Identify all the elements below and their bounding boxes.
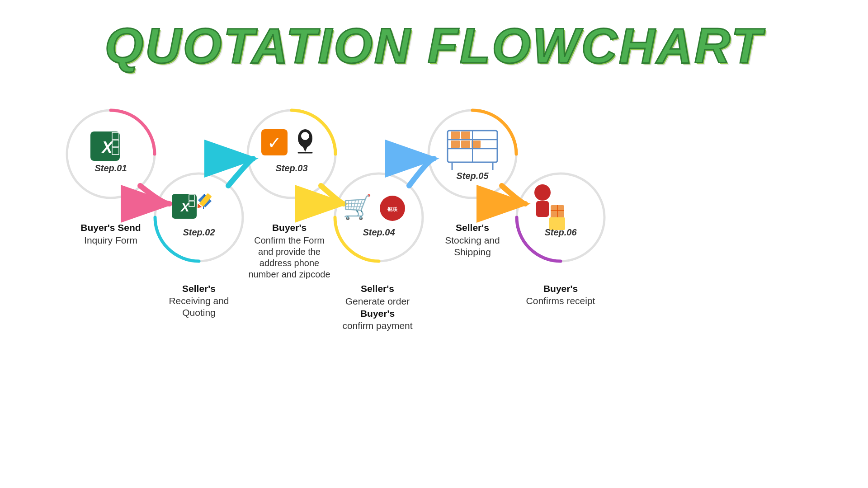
svg-point-2 <box>248 110 335 198</box>
svg-rect-17 <box>172 194 197 219</box>
svg-text:Seller's: Seller's <box>182 283 216 294</box>
svg-marker-24 <box>195 203 202 210</box>
svg-text:address phone: address phone <box>259 258 319 268</box>
svg-text:Seller's: Seller's <box>361 283 394 294</box>
svg-text:银联: 银联 <box>387 206 398 212</box>
svg-point-5 <box>517 174 604 261</box>
svg-text:X: X <box>101 138 113 157</box>
svg-text:and provide the: and provide the <box>258 247 321 257</box>
svg-rect-13 <box>112 132 119 139</box>
svg-point-4 <box>429 110 516 198</box>
svg-rect-20 <box>189 201 194 206</box>
svg-point-1 <box>155 174 243 261</box>
svg-rect-50 <box>536 201 549 217</box>
svg-text:🛒: 🛒 <box>343 193 372 221</box>
svg-rect-26 <box>261 129 288 155</box>
svg-text:Confirms receipt: Confirms receipt <box>526 296 595 306</box>
svg-text:Receiving and: Receiving and <box>169 296 229 306</box>
svg-text:Quoting: Quoting <box>182 307 216 318</box>
svg-text:Step.02: Step.02 <box>183 227 215 237</box>
svg-marker-30 <box>302 144 309 152</box>
svg-rect-51 <box>551 205 564 218</box>
svg-marker-21 <box>198 194 212 207</box>
svg-text:Buyer's: Buyer's <box>272 222 307 233</box>
svg-text:Confirm the Form: Confirm the Form <box>254 235 325 245</box>
svg-text:Inquiry Form: Inquiry Form <box>84 235 137 245</box>
svg-text:Step.04: Step.04 <box>363 227 395 237</box>
svg-point-0 <box>67 110 155 198</box>
svg-rect-43 <box>461 141 470 148</box>
svg-point-3 <box>335 174 423 261</box>
page-title: QUOTATION FLOWCHART <box>0 0 868 73</box>
svg-rect-40 <box>451 131 460 139</box>
svg-rect-23 <box>199 193 212 207</box>
svg-point-34 <box>380 196 405 221</box>
svg-text:Generate order: Generate order <box>345 296 410 306</box>
svg-text:Seller's: Seller's <box>456 222 489 233</box>
svg-text:confirm payment: confirm payment <box>342 320 412 331</box>
svg-rect-42 <box>451 141 460 148</box>
svg-text:X: X <box>180 200 190 214</box>
svg-rect-37 <box>448 131 497 162</box>
svg-text:Stocking and: Stocking and <box>445 235 500 245</box>
svg-text:Step.06: Step.06 <box>544 227 577 237</box>
svg-rect-11 <box>90 131 120 161</box>
svg-rect-19 <box>189 195 194 200</box>
svg-point-49 <box>534 184 551 201</box>
svg-line-22 <box>203 194 204 209</box>
svg-text:Shipping: Shipping <box>454 247 491 257</box>
svg-text:✓: ✓ <box>267 133 282 152</box>
svg-text:Buyer's: Buyer's <box>543 283 578 294</box>
svg-rect-44 <box>472 141 481 148</box>
arrows-svg: X Step.01 X Step.02 ✓ Step.03 🛒 <box>0 82 868 452</box>
svg-point-29 <box>301 132 309 140</box>
svg-point-28 <box>298 129 312 147</box>
flowchart-area: X Step.01 X Step.02 ✓ Step.03 🛒 <box>0 82 868 452</box>
svg-rect-41 <box>461 131 470 139</box>
svg-text:Step.03: Step.03 <box>275 163 307 173</box>
svg-text:number and zipcode: number and zipcode <box>248 269 330 279</box>
svg-text:Buyer's: Buyer's <box>360 308 395 319</box>
svg-text:Step.05: Step.05 <box>456 171 489 181</box>
svg-rect-15 <box>112 148 119 155</box>
svg-rect-14 <box>112 140 119 147</box>
svg-text:Step.01: Step.01 <box>94 163 127 173</box>
svg-rect-54 <box>549 217 565 230</box>
svg-text:Buyer's Send: Buyer's Send <box>80 222 141 233</box>
